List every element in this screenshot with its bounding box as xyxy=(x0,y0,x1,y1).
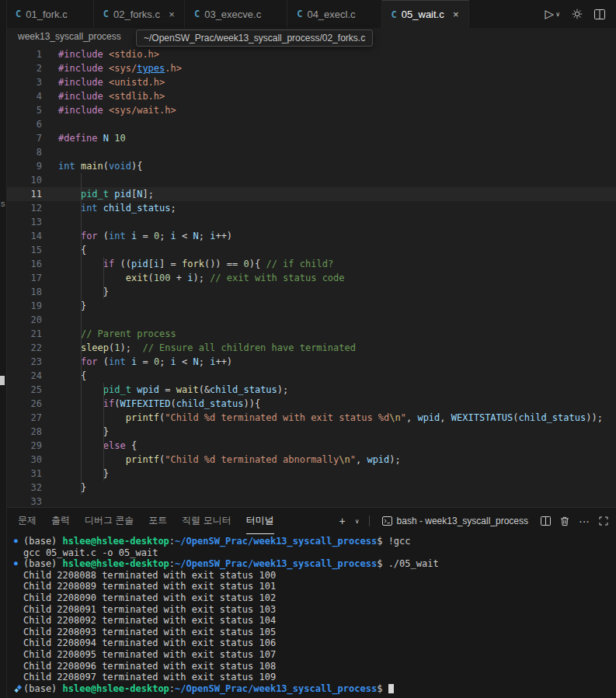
terminal-profile-chevron-icon[interactable]: ∨ xyxy=(355,518,360,525)
panel-tabs: 문제출력디버그 콘솔포트직렬 모니터터미널 xyxy=(18,508,274,534)
settings-gear-icon[interactable] xyxy=(572,9,583,19)
terminal-text: Child 2208088 terminated with exit statu… xyxy=(23,570,276,581)
code-line[interactable]: 14 for (int i = 0; i < N; i++) xyxy=(6,229,616,243)
code-editor[interactable]: 1#include <stdio.h>2#include <sys/types.… xyxy=(6,45,616,507)
panel-tab-problems[interactable]: 문제 xyxy=(18,508,37,533)
token: ++) xyxy=(215,356,232,367)
close-icon[interactable]: × xyxy=(450,9,462,20)
code-line[interactable]: 33 xyxy=(6,495,616,507)
panel-tab-ports[interactable]: 포트 xyxy=(148,508,167,533)
token: child_status xyxy=(176,398,244,409)
run-code-button[interactable]: ▷∨ xyxy=(545,7,560,21)
code-line[interactable]: 24 { xyxy=(6,369,616,383)
code-line[interactable]: 29 else { xyxy=(6,439,616,453)
code-line[interactable]: 30 printf("Child %d terminated abnormall… xyxy=(6,453,616,467)
code-line[interactable]: 4#include <stdlib.h> xyxy=(6,89,616,103)
line-number: 8 xyxy=(6,145,42,159)
token: // if child? xyxy=(266,259,333,269)
code-line[interactable]: 11 pid_t pid[N]; xyxy=(6,187,616,201)
code-line[interactable]: 5#include <sys/wait.h> xyxy=(6,103,616,117)
code-line[interactable]: 3#include <unistd.h> xyxy=(6,75,616,89)
token: child_status xyxy=(210,384,277,395)
terminal-line: Child 2208089 terminated with exit statu… xyxy=(23,581,616,592)
command-decoration-icon[interactable]: ● xyxy=(14,558,18,570)
close-icon[interactable]: × xyxy=(165,9,178,20)
line-number: 15 xyxy=(6,243,42,257)
panel-tab-terminal[interactable]: 터미널 xyxy=(246,508,274,534)
token: sleep xyxy=(81,342,109,353)
code-line[interactable]: 1#include <stdio.h> xyxy=(6,47,616,61)
token: int xyxy=(58,161,75,172)
terminal-line: Child 2208092 terminated with exit statu… xyxy=(23,615,616,627)
line-number: 13 xyxy=(6,215,42,229)
line-number: 9 xyxy=(6,159,42,173)
editor-tab-03_execve.c[interactable]: C03_execve.c xyxy=(185,0,287,28)
code-line[interactable]: 19 } xyxy=(6,299,616,313)
code-text: for (int i = 0; i < N; i++) xyxy=(58,229,232,243)
code-line[interactable]: 18 } xyxy=(6,285,616,299)
line-number: 7 xyxy=(6,131,42,145)
token: ( xyxy=(148,273,154,283)
terminal-text: ~/OpenSW_Prac/week13_syscall_process xyxy=(175,683,377,694)
line-number: 14 xyxy=(6,229,42,243)
code-line[interactable]: 28 } xyxy=(6,425,616,439)
breadcrumb-folder[interactable]: week13_syscall_process xyxy=(18,31,121,42)
token: wait xyxy=(176,384,199,395)
panel-actions: + ∨ bash - week13_syscall_process xyxy=(339,515,608,527)
code-line[interactable]: 20 xyxy=(6,313,616,327)
code-line[interactable]: 21 // Parent process xyxy=(6,327,616,341)
code-line[interactable]: 13 xyxy=(6,215,616,229)
panel-tab-output[interactable]: 출력 xyxy=(51,508,70,533)
code-line[interactable]: 12 int child_status; xyxy=(6,201,616,215)
token: wpid xyxy=(137,384,159,395)
command-sparkle-icon[interactable] xyxy=(14,685,23,698)
code-line[interactable]: 27 printf("Child %d terminated with exit… xyxy=(6,411,616,425)
panel-tab-serial-monitor[interactable]: 직렬 모니터 xyxy=(182,508,231,533)
panel-tab-debug-console[interactable]: 디버그 콘솔 xyxy=(85,508,134,533)
terminal[interactable]: ●(base) hslee@hslee-desktop:~/OpenSW_Pra… xyxy=(6,536,616,698)
token: for xyxy=(81,356,98,367)
command-decoration-icon[interactable]: ● xyxy=(14,536,18,547)
code-line[interactable]: 16 if ((pid[i] = fork()) == 0){ // if ch… xyxy=(6,257,616,271)
code-line[interactable]: 22 sleep(1); // Ensure all children have… xyxy=(6,341,616,355)
split-terminal-icon[interactable] xyxy=(541,516,551,526)
code-text: #include <unistd.h> xyxy=(58,75,165,89)
terminal-text: $ xyxy=(377,558,388,569)
more-actions-icon[interactable]: ··· xyxy=(579,515,590,527)
token: #include xyxy=(58,63,103,74)
terminal-instance-item[interactable]: bash - week13_syscall_process xyxy=(382,516,528,526)
code-text: { xyxy=(58,243,86,257)
code-line[interactable]: 9int main(void){ xyxy=(6,159,616,173)
code-line[interactable]: 15 { xyxy=(6,243,616,257)
token xyxy=(58,189,81,200)
code-line[interactable]: 8 xyxy=(6,145,616,159)
code-line[interactable]: 2#include <sys/types.h> xyxy=(6,61,616,75)
code-line[interactable]: 23 for (int i = 0; i < N; i++) xyxy=(6,355,616,369)
maximize-panel-icon[interactable] xyxy=(599,516,608,526)
chevron-down-icon: ∨ xyxy=(555,11,560,18)
code-line[interactable]: 32 } xyxy=(6,481,616,495)
code-line[interactable]: 7#define N 10 xyxy=(6,131,616,145)
kill-terminal-icon[interactable] xyxy=(560,516,569,526)
token: i xyxy=(154,259,159,269)
token: " xyxy=(401,412,406,423)
editor-tab-04_execl.c[interactable]: C04_execl.c xyxy=(287,0,381,28)
token: + xyxy=(171,273,188,283)
editor-tab-02_forks.c[interactable]: C02_forks.c× xyxy=(94,0,185,28)
code-line[interactable]: 6 xyxy=(6,117,616,131)
token: ; xyxy=(159,356,170,367)
token: <stdio.h> xyxy=(109,49,159,60)
code-line[interactable]: 10 xyxy=(6,173,616,187)
code-line[interactable]: 25 pid_t wpid = wait(&child_status); xyxy=(6,383,616,397)
code-line[interactable]: 17 exit(100 + i); // exit with status co… xyxy=(6,271,616,285)
terminal-line: Child 2208094 terminated with exit statu… xyxy=(23,637,616,649)
code-line[interactable]: 26 if(WIFEXITED(child_status)){ xyxy=(6,397,616,411)
code-line[interactable]: 31 } xyxy=(6,467,616,481)
bash-icon xyxy=(382,516,392,526)
editor-tab-01_fork.c[interactable]: C01_fork.c xyxy=(6,0,94,28)
new-terminal-button[interactable]: + xyxy=(339,515,346,527)
terminal-line: ●(base) hslee@hslee-desktop:~/OpenSW_Pra… xyxy=(23,558,616,570)
split-editor-icon[interactable] xyxy=(594,9,605,19)
editor-tab-05_wait.c[interactable]: C05_wait.c× xyxy=(382,0,469,28)
code-text: #include <stdlib.h> xyxy=(58,89,165,103)
